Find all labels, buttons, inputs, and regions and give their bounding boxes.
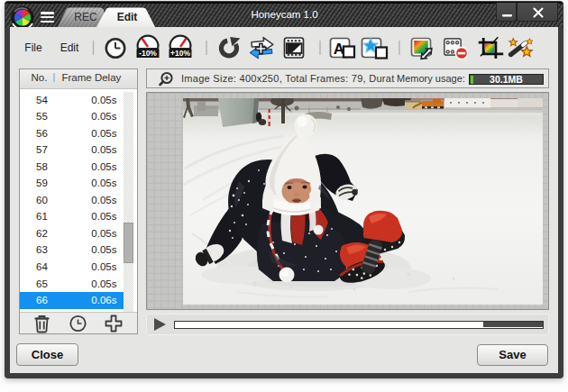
svg-text:-10%: -10% <box>139 49 157 58</box>
svg-text:Edit: Edit <box>117 11 138 23</box>
svg-text:+10%: +10% <box>170 49 190 58</box>
svg-text:Edit: Edit <box>60 41 79 54</box>
svg-text:File: File <box>24 41 42 54</box>
svg-text:REC: REC <box>74 11 97 23</box>
